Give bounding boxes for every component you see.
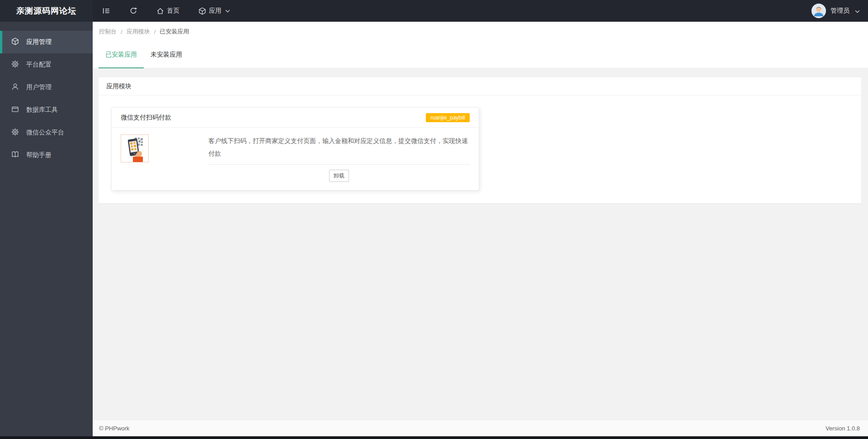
panel-title: 应用模块	[99, 77, 861, 95]
breadcrumb-item-app-module[interactable]: 应用模块	[127, 28, 150, 36]
tab-installed-apps[interactable]: 已安装应用	[99, 42, 144, 68]
sidebar-item-label: 微信公众平台	[26, 129, 64, 137]
sidebar-item-label: 数据库工具	[26, 106, 58, 114]
sidebar-item-help-manual[interactable]: 帮助手册	[0, 144, 93, 167]
sidebar-item-user-management[interactable]: 用户管理	[0, 76, 93, 99]
gear-icon	[11, 128, 19, 137]
user-menu[interactable]: 管理员	[811, 0, 868, 22]
footer: © PHPwork Version 1.0.8	[93, 420, 868, 436]
app-logo: 亲测源码网论坛	[0, 0, 93, 22]
cube-icon	[198, 7, 206, 15]
chevron-down-icon	[225, 10, 230, 13]
app-card-title: 微信支付扫码付款	[121, 114, 171, 122]
content-body: 应用模块 微信支付扫码付款 ruanjie_paybill	[93, 68, 868, 203]
breadcrumb-separator: /	[154, 29, 156, 35]
chevron-down-icon	[855, 7, 860, 15]
panel-body: 微信支付扫码付款 ruanjie_paybill	[99, 95, 861, 203]
app-card-wechat-pay: 微信支付扫码付款 ruanjie_paybill	[111, 107, 479, 191]
nav-home[interactable]: 首页	[147, 0, 189, 22]
sidebar-item-label: 帮助手册	[26, 151, 52, 159]
sidebar-item-label: 平台配置	[26, 61, 52, 69]
sidebar-item-label: 用户管理	[26, 83, 52, 91]
app-description-column: 客户线下扫码，打开商家定义支付页面，输入金额和对应定义信息，提交微信支付，实现快…	[208, 134, 470, 182]
action-row: 卸载	[208, 170, 470, 182]
sidebar-item-platform-config[interactable]: 平台配置	[0, 53, 93, 76]
footer-copyright: © PHPwork	[99, 425, 129, 432]
tab-uninstalled-apps[interactable]: 未安装应用	[144, 42, 189, 68]
main-content: 控制台 / 应用模块 / 已安装应用 已安装应用 未安装应用 应用模块 微信支付…	[93, 22, 868, 439]
collapse-menu-icon	[102, 7, 110, 15]
sidebar-collapse-button[interactable]	[93, 0, 120, 22]
app-card-header: 微信支付扫码付款 ruanjie_paybill	[112, 108, 479, 128]
app-module-panel: 应用模块 微信支付扫码付款 ruanjie_paybill	[99, 77, 861, 203]
breadcrumb-item-current: 已安装应用	[160, 28, 189, 36]
divider	[208, 164, 470, 165]
nav-apps-label: 应用	[209, 7, 222, 15]
cube-icon	[11, 38, 19, 47]
app-card-body: 客户线下扫码，打开商家定义支付页面，输入金额和对应定义信息，提交微信支付，实现快…	[112, 128, 479, 190]
database-icon	[11, 105, 19, 115]
avatar	[811, 4, 826, 18]
sidebar-item-wechat-platform[interactable]: 微信公众平台	[0, 121, 93, 144]
gear-icon	[11, 60, 19, 69]
app-package-badge: ruanjie_paybill	[426, 113, 470, 122]
topbar: 亲测源码网论坛	[0, 0, 868, 22]
book-icon	[11, 151, 19, 160]
nav-apps[interactable]: 应用	[189, 0, 240, 22]
breadcrumb-separator: /	[121, 29, 123, 35]
tab-bar: 已安装应用 未安装应用	[93, 42, 868, 68]
sidebar-item-label: 应用管理	[26, 38, 52, 46]
app-thumbnail-column	[121, 134, 208, 182]
breadcrumb-item-console[interactable]: 控制台	[99, 28, 117, 36]
app-thumbnail-image	[121, 134, 149, 162]
user-icon	[11, 83, 19, 92]
nav-home-label: 首页	[167, 7, 179, 15]
home-icon	[156, 7, 164, 15]
footer-version: Version 1.0.8	[826, 425, 860, 432]
uninstall-button[interactable]: 卸载	[329, 170, 349, 182]
sidebar-item-database-tools[interactable]: 数据库工具	[0, 99, 93, 121]
refresh-icon	[129, 7, 137, 15]
app-description: 客户线下扫码，打开商家定义支付页面，输入金额和对应定义信息，提交微信支付，实现快…	[208, 134, 470, 160]
sidebar-item-app-management[interactable]: 应用管理	[0, 31, 93, 53]
topbar-nav: 首页 应用	[93, 0, 240, 22]
refresh-button[interactable]	[120, 0, 147, 22]
page-header: 控制台 / 应用模块 / 已安装应用 已安装应用 未安装应用	[93, 22, 868, 68]
sidebar: 应用管理 平台配置 用户管理	[0, 22, 93, 439]
breadcrumb: 控制台 / 应用模块 / 已安装应用	[93, 22, 868, 42]
window-bottom-edge	[0, 436, 868, 439]
user-name: 管理员	[830, 7, 849, 15]
